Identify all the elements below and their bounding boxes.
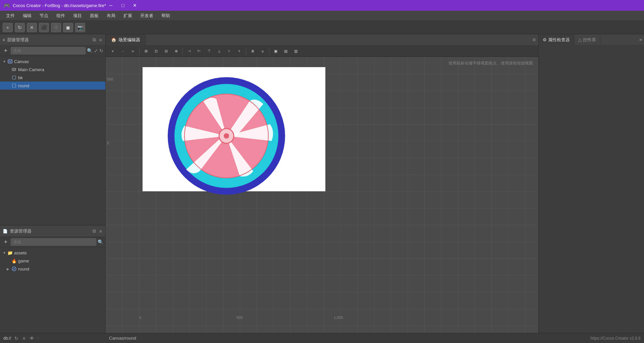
zoom-out-btn[interactable]: - — [118, 47, 127, 56]
scene-editor-tab[interactable]: 🏠 场景编辑器 — [106, 34, 146, 46]
assets-search-input[interactable] — [11, 238, 96, 246]
assets-root-arrow: ▼ — [3, 251, 7, 255]
hierarchy-search-bar: + 🔍 ⤢ ↻ — [0, 46, 105, 56]
menu-node[interactable]: 节点 — [36, 11, 52, 20]
round-node-icon — [11, 83, 17, 88]
wheel-svg — [159, 74, 304, 195]
toolbar-rect-btn[interactable]: ⬛ — [39, 23, 49, 32]
svg-rect-5 — [12, 76, 16, 79]
hierarchy-expand-btn[interactable]: ⤢ — [94, 48, 98, 53]
tree-item-round[interactable]: round — [0, 82, 105, 90]
status-db-path: db:// — [3, 336, 11, 341]
hierarchy-menu-btn[interactable]: ≡ — [99, 37, 103, 43]
assets-tree-round[interactable]: ▶ round — [0, 265, 105, 273]
properties-tab[interactable]: ⚙ 属性检查器 — [539, 34, 574, 46]
minimize-button[interactable]: ─ — [106, 2, 115, 9]
distribute-v[interactable]: ≡ — [258, 47, 267, 56]
prefab-icon — [11, 266, 17, 272]
toolbar-add-btn[interactable]: + — [3, 23, 13, 32]
resize-2[interactable]: ▤ — [281, 47, 290, 56]
tool-w[interactable]: ⊡ — [152, 47, 160, 56]
tree-item-bk[interactable]: bk — [0, 74, 105, 82]
assets-search-button[interactable]: 🔍 — [98, 239, 103, 245]
round-assets-label: round — [18, 266, 29, 272]
properties-content — [539, 46, 644, 333]
tool-e[interactable]: ⊟ — [162, 47, 170, 56]
status-left: db:// ↻ ≡ 👁 | — [3, 335, 39, 342]
resize-1[interactable]: ▣ — [271, 47, 280, 56]
tree-item-main-camera[interactable]: Main Camera — [0, 65, 105, 74]
canvas-icon — [7, 59, 13, 64]
menu-edit[interactable]: 编辑 — [19, 11, 35, 20]
svg-rect-1 — [9, 60, 11, 62]
components-icon: △ — [578, 37, 582, 42]
distribute-h[interactable]: ≣ — [248, 47, 257, 56]
round-assets-arrow: ▶ — [7, 267, 11, 271]
ruler-1000-bottom: 1,000 — [334, 315, 343, 320]
resize-3[interactable]: ▥ — [291, 47, 300, 56]
hierarchy-refresh-btn[interactable]: ↻ — [99, 48, 103, 53]
menu-panel[interactable]: 面板 — [87, 11, 102, 20]
assets-tree-root[interactable]: ▼ 📁 assets — [0, 249, 105, 257]
assets-tree: ▼ 📁 assets 🔥 game ▶ round — [0, 247, 105, 333]
status-refresh-btn[interactable]: ↻ — [14, 335, 19, 342]
status-eye-btn[interactable]: 👁 — [29, 335, 35, 342]
menu-help[interactable]: 帮助 — [158, 11, 173, 20]
align-left[interactable]: ⊣ — [185, 47, 194, 56]
toolbar: + ↻ ✕ ⬛ ➕ ◼ 📷 浏览器 ▼ ▶ ↺ 192.168.137.1:74… — [0, 21, 644, 34]
right-panel-menu-btn[interactable]: ≡ — [639, 37, 642, 42]
camera-icon — [11, 67, 17, 72]
assets-add-button[interactable]: + — [2, 238, 9, 246]
toolbar-camera-btn[interactable]: 📷 — [75, 23, 85, 32]
scene-tab-label: 场景编辑器 — [118, 37, 140, 43]
assets-tree-game[interactable]: 🔥 game — [0, 257, 105, 265]
toolbar-add2-btn[interactable]: ➕ — [51, 23, 61, 32]
menu-extend[interactable]: 扩展 — [120, 11, 136, 20]
align-top[interactable]: ⊥ — [215, 47, 224, 56]
toolbar-square-btn[interactable]: ◼ — [63, 23, 73, 32]
menu-project[interactable]: 项目 — [70, 11, 85, 20]
ruler-0-left: 0 — [107, 141, 109, 145]
menu-component[interactable]: 组件 — [53, 11, 68, 20]
hierarchy-copy-btn[interactable]: ⧉ — [92, 36, 97, 43]
scene-menu-btn[interactable]: ≡ — [533, 37, 536, 43]
hierarchy-search-button[interactable]: 🔍 — [87, 48, 93, 53]
components-tab[interactable]: △ 控件库 — [574, 34, 600, 46]
scene-breadcrumb: Canvas/round — [106, 333, 538, 343]
menu-developer[interactable]: 开发者 — [137, 11, 157, 20]
node-icon — [11, 75, 17, 80]
left-panel: ≡ 层级管理器 ⧉ ≡ + 🔍 ⤢ ↻ ▼ Canvas — [0, 34, 106, 333]
menu-file[interactable]: 文件 — [3, 11, 18, 20]
status-version: https://Cocos Creator v2.6.6 — [591, 336, 641, 341]
zoom-fit-btn[interactable]: = — [128, 47, 137, 56]
status-list-btn[interactable]: ≡ — [22, 335, 26, 342]
toolbar-close-btn[interactable]: ✕ — [27, 23, 37, 32]
svg-point-12 — [224, 133, 229, 139]
toolbar-refresh-btn[interactable]: ↻ — [15, 23, 25, 32]
ruler-500-bottom: 500 — [236, 315, 243, 320]
close-button[interactable]: ✕ — [130, 2, 140, 9]
tool-r[interactable]: ⊕ — [172, 47, 180, 56]
assets-menu-btn[interactable]: ≡ — [99, 228, 103, 235]
align-center-v[interactable]: ⊦ — [225, 47, 234, 56]
toolbar-sep-2 — [182, 48, 183, 55]
menu-layout[interactable]: 布局 — [103, 11, 119, 20]
align-center-h[interactable]: ⊢ — [195, 47, 204, 56]
app-logo: 🎮 — [3, 2, 10, 9]
assets-copy-btn[interactable]: ⧉ — [92, 228, 97, 235]
scene-tab-bar: 🏠 场景编辑器 ≡ — [106, 34, 538, 46]
right-panel: ⚙ 属性检查器 △ 控件库 ≡ — [538, 34, 644, 333]
align-right[interactable]: ⊤ — [205, 47, 214, 56]
scene-viewport[interactable]: 使用鼠标右键平移视图焦点，使用滚轮缩放视图 500 0 0 500 1,000 — [106, 57, 538, 333]
tool-q[interactable]: ⊞ — [142, 47, 150, 56]
maximize-button[interactable]: □ — [118, 2, 127, 9]
toolbar-sep-3 — [246, 48, 246, 55]
hierarchy-add-button[interactable]: + — [2, 47, 9, 54]
assets-list-icon: 📄 — [3, 229, 8, 234]
assets-panel: 📄 资源管理器 ⧉ ≡ + 🔍 ▼ 📁 assets — [0, 226, 105, 333]
bk-label: bk — [18, 75, 23, 80]
hierarchy-search-input[interactable] — [11, 47, 86, 54]
zoom-in-btn[interactable]: + — [108, 47, 117, 56]
align-bottom[interactable]: ⊧ — [235, 47, 244, 56]
tree-item-canvas[interactable]: ▼ Canvas — [0, 57, 105, 65]
